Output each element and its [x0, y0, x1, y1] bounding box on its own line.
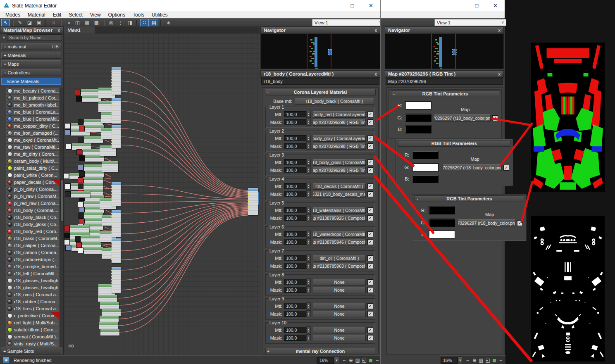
map-node[interactable]: [84, 177, 103, 183]
map-slot-button[interactable]: 070296297 (r18_body_color.png,: [458, 219, 515, 226]
checkbox-checked[interactable]: ✓: [367, 303, 373, 309]
spinner[interactable]: 100,0▴▾: [284, 231, 311, 238]
search-input[interactable]: Search by Name ...: [7, 34, 62, 40]
spinner-arrows[interactable]: ▴▾: [306, 255, 311, 262]
spinner-value[interactable]: 100,0: [284, 167, 306, 173]
map-node[interactable]: [102, 309, 121, 316]
checkbox-checked[interactable]: ✓: [503, 165, 509, 171]
map-node[interactable]: [70, 225, 89, 232]
list-item[interactable]: pl_bl_raw ( CoronaM...: [6, 193, 59, 200]
map-node[interactable]: [99, 322, 118, 329]
navigator-header[interactable]: Navigator x: [260, 26, 380, 34]
navigator-view-rect[interactable]: [453, 49, 456, 55]
map-panel-header[interactable]: Map #2070296296 ( RGB Tint ) x: [385, 70, 504, 78]
tab-view1[interactable]: View1: [64, 26, 95, 33]
checkbox-checked[interactable]: ✓: [367, 279, 373, 285]
material-node[interactable]: [112, 210, 121, 237]
zoom-extents-icon[interactable]: ◱: [485, 357, 491, 364]
checkbox-checked[interactable]: ✓: [517, 220, 523, 226]
checkbox-checked[interactable]: ✓: [367, 191, 373, 197]
list-item[interactable]: r_protective ( Coron...: [6, 312, 59, 319]
g-color-swatch[interactable]: [429, 219, 455, 227]
sample-slots-group[interactable]: + Sample Slots: [1, 347, 62, 354]
mask-slot-button[interactable]: Map #2138795963 ( Composite ): [313, 263, 366, 269]
scrollbar-thumb[interactable]: [60, 179, 63, 221]
maximize-button[interactable]: □: [467, 0, 486, 11]
spinner-value[interactable]: 100,0: [284, 135, 306, 141]
b-color-swatch[interactable]: [429, 230, 455, 238]
mask-slot-button[interactable]: Map #2138795946 ( Composite ): [313, 239, 366, 245]
options-icon[interactable]: ◎: [107, 19, 115, 27]
list-item[interactable]: me_blue ( CoronaLa...: [6, 109, 59, 115]
map-node[interactable]: [83, 149, 102, 155]
mask-slot-button[interactable]: None: [313, 287, 366, 293]
rollout-mental-ray-connection[interactable]: + mental ray Connection: [265, 348, 375, 354]
mtl-slot-button[interactable]: dirt_oil ( CoronaMtl ): [313, 255, 366, 262]
material-panel-header[interactable]: r18_body ( CoronaLayeredMtl ) x: [260, 70, 380, 78]
navigator-header[interactable]: Navigator x: [385, 26, 504, 34]
checkbox-checked[interactable]: ✓: [367, 263, 373, 269]
mask-slot-button[interactable]: None: [313, 311, 366, 317]
pan-to-selected-icon[interactable]: ⇔: [374, 357, 380, 364]
chevron-down-icon[interactable]: ▾: [458, 357, 463, 364]
spinner[interactable]: 100,0▴▾: [284, 159, 311, 166]
spinner-arrows[interactable]: ▴▾: [306, 143, 311, 150]
g-color-swatch[interactable]: [405, 114, 431, 122]
spinner[interactable]: 100,0▴▾: [284, 143, 311, 150]
spinner-arrows[interactable]: ▴▾: [306, 159, 311, 166]
spinner[interactable]: 100,0▴▾: [284, 286, 311, 293]
list-item[interactable]: salatte+illum ( Coro...: [6, 326, 59, 333]
close-icon[interactable]: x: [374, 72, 377, 76]
g-color-swatch[interactable]: [412, 163, 439, 171]
checkbox-checked[interactable]: ✓: [367, 311, 373, 317]
list-item[interactable]: me_blue ( CoronaMtl...: [6, 116, 59, 122]
zoom-extents-icon[interactable]: ◱: [361, 357, 367, 364]
spinner-arrows[interactable]: ▴▾: [306, 286, 311, 293]
spinner[interactable]: 100,0▴▾: [284, 135, 311, 142]
map-node[interactable]: [100, 302, 119, 309]
spinner-arrows[interactable]: ▴▾: [306, 183, 311, 190]
mtl-slot-button[interactable]: None: [313, 279, 366, 285]
list-item[interactable]: paint_white ( Coron...: [6, 172, 59, 178]
mtl-slot-button[interactable]: r18_waterstains ( CoronaMtl ): [313, 207, 366, 214]
spinner-arrows[interactable]: ▴▾: [306, 119, 311, 126]
checkbox-checked[interactable]: ✓: [367, 215, 373, 221]
spinner-arrows[interactable]: ▴▾: [306, 334, 311, 341]
list-item[interactable]: r18_cromjke_burned...: [6, 263, 59, 270]
spinner[interactable]: 100,0▴▾: [284, 207, 311, 214]
checkbox-checked[interactable]: ✓: [367, 207, 373, 213]
checkbox-checked[interactable]: ✓: [367, 183, 373, 189]
list-item[interactable]: pl_bl_dirty ( Corona...: [6, 186, 59, 193]
view-selector-dropdown[interactable]: View 1˅: [312, 19, 384, 26]
spinner-value[interactable]: 100,0: [284, 279, 306, 285]
menu-modes[interactable]: Modes: [2, 12, 24, 18]
spinner-value[interactable]: 100,0: [284, 119, 306, 125]
group-matsmat[interactable]: + mats.matLIB: [1, 43, 61, 50]
list-item[interactable]: r18_carbon ( Corona...: [6, 249, 59, 256]
browser-header[interactable]: Material/Map Browser x: [0, 26, 63, 34]
spinner[interactable]: 100,0▴▾: [284, 238, 311, 245]
list-item[interactable]: r18_rims ( CoronaLa...: [6, 291, 59, 298]
spinner-value[interactable]: 100,0: [284, 231, 306, 237]
close-icon[interactable]: x: [498, 28, 501, 33]
list-item[interactable]: me_copper_dirty ( C...: [6, 123, 59, 129]
spinner-arrows[interactable]: ▴▾: [306, 231, 311, 238]
material-preview-icon[interactable]: ▤: [150, 19, 158, 27]
hide-unused-nodeslots-icon[interactable]: ∷: [140, 19, 149, 27]
map-node[interactable]: [81, 89, 100, 96]
spinner[interactable]: 100,0▴▾: [284, 119, 311, 126]
base-mtl-button[interactable]: r18_body_black ( CoronaMtl ): [295, 98, 374, 105]
group-scenematerials[interactable]: - Scene Materials: [1, 78, 61, 85]
spinner-arrows[interactable]: ▴▾: [306, 190, 311, 197]
list-item[interactable]: paper_decals ( Coro...: [6, 179, 59, 186]
node-graph-canvas[interactable]: ∞: [64, 33, 260, 355]
window-titlebar[interactable]: Slate Material Editor: [0, 0, 380, 11]
spinner-arrows[interactable]: ▴▾: [306, 238, 311, 245]
view-selector-dropdown[interactable]: View 1˅: [434, 19, 506, 26]
menu-tools[interactable]: Tools: [129, 12, 148, 18]
menu-options[interactable]: Options: [105, 12, 129, 18]
maximize-button[interactable]: □: [343, 0, 362, 11]
spinner-arrows[interactable]: ▴▾: [306, 310, 311, 317]
mask-slot-button[interactable]: None: [313, 335, 366, 341]
map-node[interactable]: [102, 161, 118, 172]
